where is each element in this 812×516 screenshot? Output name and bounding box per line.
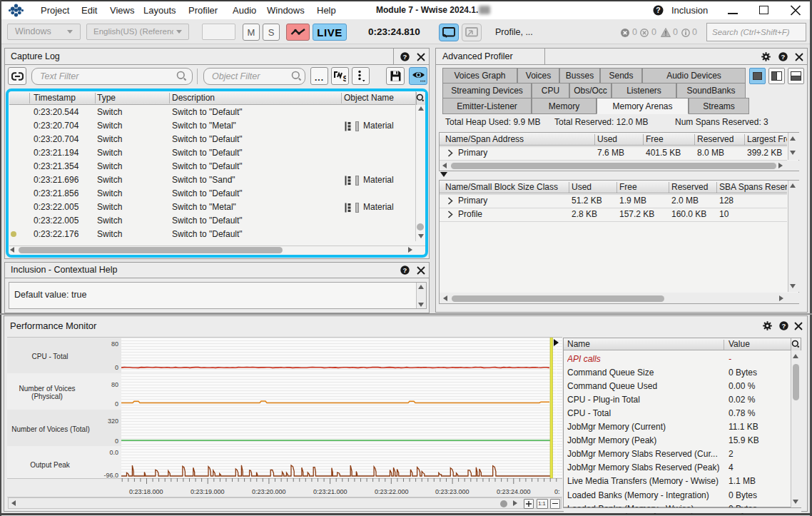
svg-text:?: ? bbox=[403, 266, 407, 274]
svg-text:?: ? bbox=[656, 6, 660, 14]
svg-text:?: ? bbox=[403, 53, 407, 61]
svg-text:?: ? bbox=[782, 322, 786, 330]
svg-text:S: S bbox=[343, 74, 347, 82]
svg-text:?: ? bbox=[781, 53, 786, 61]
